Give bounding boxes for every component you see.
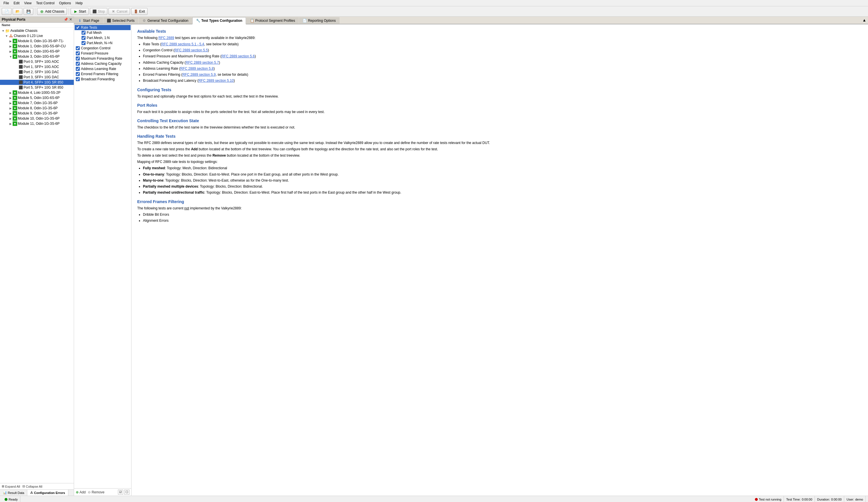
part-mesh-1n-checkbox[interactable]	[82, 36, 85, 40]
tree-port-3[interactable]: ⬛ Port 3, SFP+ 10G DAC	[0, 75, 74, 80]
protocol-tab-label: Protocol Segment Profiles	[255, 19, 295, 23]
expand-m3[interactable]: ▼	[9, 54, 13, 59]
menu-test-control[interactable]: Test Control	[34, 1, 57, 6]
tree-port-1[interactable]: ⬛ Port 1, SFP+ 10G AOC	[0, 64, 74, 70]
add-chassis-button[interactable]: ⊕ Add Chassis	[37, 8, 67, 15]
uncheck-all-icon[interactable]: ☐	[124, 490, 130, 494]
menu-file[interactable]: File	[1, 1, 11, 6]
check-all-icon[interactable]: ☑	[118, 490, 123, 494]
expand-m11[interactable]: ▶	[9, 122, 13, 126]
expand-m2[interactable]: ▶	[9, 49, 13, 53]
tree-module-10[interactable]: ▶ ■ Module 10, Odin-1G-3S-6P	[0, 116, 74, 121]
tree-module-7[interactable]: ▶ ■ Module 7, Odin-1G-3S-6P	[0, 101, 74, 106]
rfc-link-learning[interactable]: RFC 2889 section 5.8	[180, 66, 214, 71]
tree-chassis-0[interactable]: ▼ 🖧 Chassis 0 L23 Live	[0, 33, 74, 39]
rfc-link-congestion[interactable]: RFC 2889 section 5.5	[175, 48, 208, 52]
test-tree-errored-frames[interactable]: Errored Frames Filtering	[75, 71, 131, 76]
menu-edit[interactable]: Edit	[11, 1, 22, 6]
new-button[interactable]: 📄	[2, 8, 11, 15]
tree-port-5[interactable]: ⬛ Port 5, SFP+ 10G SR 850	[0, 85, 74, 90]
forward-pressure-checkbox[interactable]	[76, 51, 80, 55]
tree-module-5[interactable]: ▶ ■ Module 5, Odin-10G-6S-6P	[0, 95, 74, 101]
tree-port-0[interactable]: ⬛ Port 0, SFP+ 10G AOC	[0, 59, 74, 64]
remove-test-button[interactable]: ⊖ Remove	[88, 490, 104, 494]
save-button[interactable]: 💾	[23, 8, 33, 15]
part-mesh-nn-checkbox[interactable]	[82, 41, 85, 45]
tree-module-3[interactable]: ▼ ■ Module 3, Odin-10G-6S-6P	[0, 54, 74, 59]
tab-start-page[interactable]: ℹ Start Page	[74, 17, 103, 24]
menu-view[interactable]: View	[22, 1, 34, 6]
tab-protocol-segment[interactable]: 📋 Protocol Segment Profiles	[246, 17, 299, 24]
collapse-all-button[interactable]: ⊟ Collapse All	[22, 484, 42, 488]
test-tree-address-learning[interactable]: Address Learning Rate	[75, 66, 131, 71]
tree-port-4[interactable]: ⬛ Port 4, SFP+ 10G SR 850	[0, 80, 74, 85]
expand-m0[interactable]: ▶	[9, 39, 13, 43]
congestion-checkbox[interactable]	[76, 46, 80, 50]
test-tree-broadcast[interactable]: Broadcast Forwarding	[75, 76, 131, 82]
tab-config-errors[interactable]: ⚠ Configuration Errors	[27, 490, 68, 496]
test-tree-full-mesh[interactable]: Full Mesh	[75, 30, 131, 35]
test-tree-forward-pressure[interactable]: Forward Pressure	[75, 51, 131, 56]
rfc-link-forward[interactable]: RFC 2889 section 5.6	[221, 54, 255, 58]
expand-m4[interactable]: ▶	[9, 91, 13, 95]
expand-m9[interactable]: ▶	[9, 111, 13, 115]
test-tree-part-mesh-nn[interactable]: Part.Mesh, N->N	[75, 40, 131, 45]
exit-button[interactable]: 🚪 Exit	[131, 8, 147, 15]
tab-general-test-config[interactable]: ⚙ General Test Configuration	[138, 17, 192, 24]
address-caching-checkbox[interactable]	[76, 62, 80, 66]
broadcast-checkbox[interactable]	[76, 77, 80, 81]
max-forwarding-checkbox[interactable]	[76, 56, 80, 61]
rfc2889-link-1[interactable]: RFC 2889	[158, 36, 174, 40]
tree-module-0[interactable]: ▶ ■ Module 0, Odin-1G-3S-6P-T1-	[0, 39, 74, 44]
list-item-congestion: Congestion Control (RFC 2889 section 5.5…	[143, 48, 862, 53]
tab-selected-ports[interactable]: ⬛ Selected Ports	[103, 17, 138, 24]
configuring-tests-title: Configuring Tests	[137, 87, 862, 92]
test-tree-max-forwarding[interactable]: Maximum Forwarding Rate	[75, 56, 131, 61]
start-button[interactable]: ▶ Start	[71, 8, 89, 15]
add-test-button[interactable]: ⊕ Add	[76, 490, 85, 494]
tab-close-button[interactable]: ▲	[860, 17, 868, 24]
expand-m5[interactable]: ▶	[9, 96, 13, 100]
open-button[interactable]: 📂	[13, 8, 22, 15]
tree-module-9[interactable]: ▶ ■ Module 9, Odin-1G-3S-6P	[0, 111, 74, 116]
rfc-link-rate[interactable]: RFC 2889 sections 5.1 - 5.4	[161, 42, 204, 46]
expand-m10[interactable]: ▶	[9, 116, 13, 121]
tree-module-2[interactable]: ▶ ■ Module 2, Odin-10G-6S-6P	[0, 49, 74, 54]
test-tree-congestion[interactable]: Congestion Control	[75, 45, 131, 51]
menu-help[interactable]: Help	[73, 1, 85, 6]
tree-expand-root[interactable]: ▼	[1, 29, 5, 33]
test-tree-part-mesh-1n[interactable]: Part.Mesh, 1:N	[75, 35, 131, 40]
collapse-all-label: Collapse All	[26, 485, 42, 488]
tree-module-1[interactable]: ▶ ■ Module 1, Odin-10G-5S-6P-CU	[0, 44, 74, 49]
tab-test-types-config[interactable]: 🔧 Test Types Configuration	[192, 17, 246, 24]
test-tree-address-caching[interactable]: Address Caching Capacity	[75, 61, 131, 66]
tree-module-4[interactable]: ▶ ■ Module 4, Loki-100G-5S-2P	[0, 90, 74, 95]
rate-tests-checkbox[interactable]	[76, 25, 80, 30]
menu-options[interactable]: Options	[57, 1, 73, 6]
address-learning-checkbox[interactable]	[76, 67, 80, 71]
expand-m1[interactable]: ▶	[9, 44, 13, 48]
tree-port-2[interactable]: ⬛ Port 2, SFP+ 10G DAC	[0, 70, 74, 75]
expand-all-button[interactable]: ⊞ Expand All	[2, 484, 20, 488]
rfc-link-caching[interactable]: RFC 2889 section 5.7	[186, 61, 219, 64]
pin-icon[interactable]: 📌	[64, 18, 68, 21]
tree-expand-chassis0[interactable]: ▼	[4, 34, 9, 38]
cancel-button[interactable]: ✖ Cancel	[108, 8, 130, 15]
close-panel-icon[interactable]: ✕	[69, 18, 72, 21]
tree-module-11[interactable]: ▶ ■ Module 11, Odin-1G-3S-6P	[0, 121, 74, 126]
list-item-errored-frames: Errored Frames Filtering (RFC 2889 secti…	[143, 72, 862, 77]
tree-root-available-chassis[interactable]: ▼ 📁 Available Chassis	[0, 28, 74, 33]
stop-button[interactable]: ⬛ Stop	[90, 8, 107, 15]
expand-m7[interactable]: ▶	[9, 101, 13, 105]
test-tree-rate-tests[interactable]: Rate Tests	[75, 25, 131, 30]
expand-m8[interactable]: ▶	[9, 106, 13, 110]
tree-module-8[interactable]: ▶ ■ Module 8, Odin-1G-3S-6P	[0, 106, 74, 111]
tab-reporting-options[interactable]: 📄 Reporting Options	[299, 17, 340, 24]
errored-frames-checkbox[interactable]	[76, 72, 80, 76]
full-mesh-checkbox[interactable]	[82, 31, 85, 35]
tree-container[interactable]: ▼ 📁 Available Chassis ▼ 🖧 Chassis 0 L23 …	[0, 28, 74, 483]
rfc-link-broadcast[interactable]: RFC 2889 section 5.10	[198, 79, 234, 83]
tab-result-data[interactable]: 📊 Result Data	[0, 490, 27, 496]
module-8-label: Module 8, Odin-1G-3S-6P	[18, 106, 58, 110]
rfc-link-errored[interactable]: RFC 2889 section 5.9	[182, 73, 216, 76]
